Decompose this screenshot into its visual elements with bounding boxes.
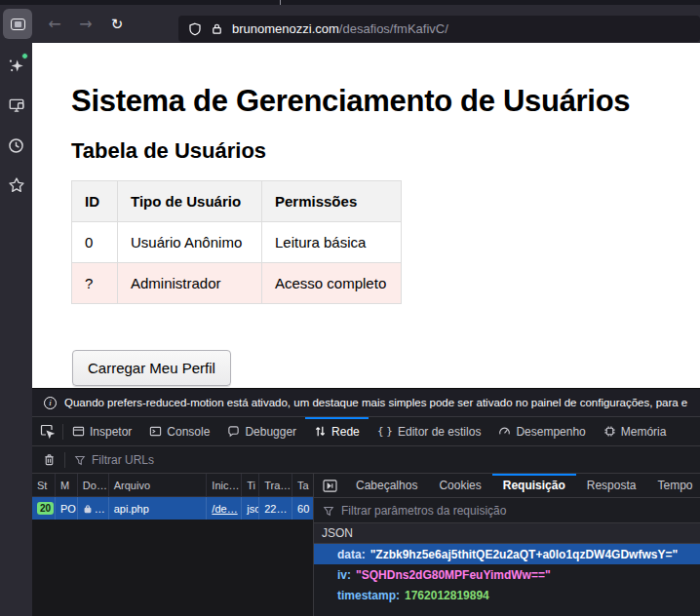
firefox-sidebar [0, 43, 32, 616]
tab-requisicao[interactable]: Requisição [492, 474, 576, 497]
notification-dot [21, 53, 28, 59]
filter-icon [74, 454, 86, 466]
table-row-highlighted: ? Administrador Acesso completo [72, 263, 402, 304]
filter-urls-input[interactable]: Filtrar URLs [92, 453, 154, 467]
json-param-iv[interactable]: iv: "SQHDns2dG80MPFeuYimdWw==" [314, 564, 700, 585]
col-type[interactable]: Ti [241, 474, 258, 496]
debugger-icon [227, 425, 240, 438]
details-filter-row: Filtrar parâmetros da requisição [314, 498, 700, 523]
back-icon[interactable]: ← [41, 15, 68, 33]
synced-tabs-icon[interactable] [7, 96, 26, 115]
devtools-tabbar: Inspetor Console Debugger Rede { } Edito… [32, 417, 700, 446]
request-details-panel: Cabeçalhos Cookies Requisição Resposta T… [314, 474, 700, 616]
history-icon[interactable] [7, 135, 26, 155]
tab-cookies[interactable]: Cookies [428, 474, 491, 497]
lock-icon[interactable] [211, 22, 223, 35]
details-tabbar: Cabeçalhos Cookies Requisição Resposta T… [314, 474, 700, 498]
url-path: /desafios/fmKafivC/ [339, 21, 448, 36]
info-icon: i [44, 397, 57, 409]
col-domain[interactable]: Do… [77, 474, 108, 496]
table-header-row: ID Tipo de Usuário Permissões [72, 181, 402, 222]
col-header-perm: Permissões [262, 181, 402, 222]
tab-tempo[interactable]: Tempo [646, 474, 700, 497]
shield-icon[interactable] [188, 22, 202, 36]
col-status[interactable]: St [32, 474, 55, 496]
request-method: PO [55, 497, 77, 520]
devtools-notice-bar: i Quando prefers-reduced-motion está ati… [32, 388, 700, 417]
web-page: Sistema de Gerenciamento de Usuários Tab… [32, 43, 700, 388]
json-param-timestamp[interactable]: timestamp: 1762012819894 [314, 585, 700, 605]
network-request-row-selected[interactable]: 20 PO … api.php /de… jso 22… 60 [32, 497, 313, 520]
request-size: 60 [292, 497, 313, 520]
network-columns-header: St M Do… Arquivo Inic… Ti Tra… Ta [32, 474, 313, 497]
page-title: Sistema de Gerenciamento de Usuários [71, 84, 630, 119]
section-title: Tabela de Usuários [71, 138, 266, 164]
filter-params-input[interactable]: Filtrar parâmetros da requisição [341, 504, 506, 518]
url-bar[interactable]: brunomenozzi.com/desafios/fmKafivC/ [178, 16, 700, 42]
cell-id: 0 [72, 222, 118, 263]
request-transferred: 22… [258, 497, 292, 520]
load-profile-button[interactable]: Carregar Meu Perfil [72, 350, 231, 386]
users-table: ID Tipo de Usuário Permissões 0 Usuário … [71, 180, 402, 304]
cell-permissoes: Acesso completo [262, 263, 402, 304]
sidebar-toggle-icon [11, 19, 25, 30]
network-toolbar: Filtrar URLs [32, 446, 700, 474]
play-pause-icon[interactable] [314, 474, 345, 497]
col-transferred[interactable]: Tra… [258, 474, 292, 496]
bookmarks-icon[interactable] [7, 175, 26, 195]
col-file[interactable]: Arquivo [108, 474, 207, 496]
tab-debugger[interactable]: Debugger [218, 417, 305, 445]
col-header-tipo: Tipo de Usuário [118, 181, 262, 222]
request-domain: … [95, 503, 105, 515]
forward-icon[interactable]: → [72, 15, 99, 33]
cell-id: ? [72, 263, 118, 304]
network-request-list: St M Do… Arquivo Inic… Ti Tra… Ta 20 PO … [32, 474, 314, 616]
pick-element-icon[interactable] [32, 417, 62, 445]
browser-window: ← → ↻ brunomenozzi.com/desafios/fmKafivC… [0, 0, 700, 616]
cell-tipo: Usuário Anônimo [118, 222, 262, 263]
status-badge: 20 [37, 502, 54, 515]
tab-memoria[interactable]: Memória [595, 417, 676, 445]
reload-icon[interactable]: ↻ [103, 16, 131, 33]
network-icon [314, 425, 327, 438]
sidebar-toggle-button[interactable] [3, 9, 32, 39]
table-row: 0 Usuário Anônimo Leitura básica [72, 222, 402, 263]
request-type: jso [241, 497, 258, 520]
request-initiator[interactable]: /de… [212, 503, 237, 515]
tab-inspetor[interactable]: Inspetor [63, 417, 140, 445]
col-initiator[interactable]: Inic… [206, 474, 241, 496]
notice-text: Quando prefers-reduced-motion está ativa… [64, 397, 687, 408]
request-file: api.php [108, 497, 207, 520]
col-header-id: ID [72, 181, 118, 222]
console-icon [149, 425, 162, 438]
lock-icon [83, 504, 93, 514]
performance-icon [498, 425, 511, 438]
json-scope-header[interactable]: JSON [314, 523, 700, 544]
tab-resposta[interactable]: Resposta [576, 474, 647, 497]
memory-icon [603, 425, 616, 438]
tab-rede[interactable]: Rede [305, 417, 369, 445]
trash-icon[interactable] [43, 453, 56, 467]
tab-editor-de-estilos[interactable]: { } Editor de estilos [369, 417, 490, 445]
browser-toolbar: ← → ↻ brunomenozzi.com/desafios/fmKafivC… [0, 5, 700, 43]
ai-sparkle-icon[interactable] [7, 56, 26, 75]
json-param-data[interactable]: data: "Zzbk9hz5e6aj5thitQE2u2aQT+a0lo1qz… [314, 544, 700, 564]
tab-cabecalhos[interactable]: Cabeçalhos [345, 474, 428, 497]
url-domain: brunomenozzi.com [232, 21, 339, 36]
col-method[interactable]: M [55, 474, 77, 496]
inspector-icon [72, 425, 85, 438]
braces-icon: { } [377, 425, 393, 438]
filter-icon [323, 505, 334, 517]
cell-permissoes: Leitura básica [262, 222, 402, 263]
tab-console[interactable]: Console [140, 417, 218, 445]
separator [64, 452, 65, 468]
col-size[interactable]: Ta [292, 474, 313, 496]
tab-desempenho[interactable]: Desempenho [489, 417, 594, 445]
cell-tipo: Administrador [118, 263, 262, 304]
